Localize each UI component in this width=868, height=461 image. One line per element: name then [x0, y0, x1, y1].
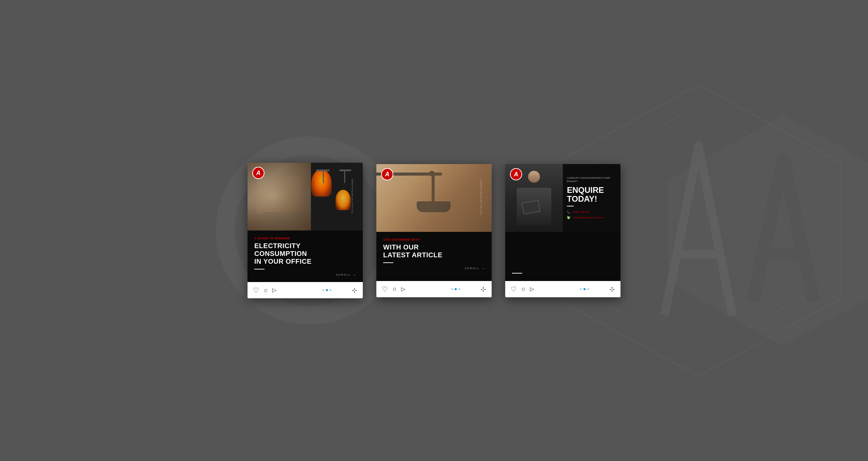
- card1-red-subtitle: A GUIDE TO MINIMISE: [254, 237, 356, 240]
- card-enquire: Looking for a licensed electrician in No…: [505, 164, 620, 297]
- card1-dots: [302, 289, 352, 291]
- card1-logo: A: [252, 167, 264, 179]
- card2-dot-1: [451, 288, 453, 290]
- card1-heart-icon[interactable]: ♡: [253, 287, 259, 294]
- card-article: A ARMITAGEELECTRICAL STAY INFORMED WITH …: [376, 164, 492, 297]
- card1-side-text: ARMITAGEELECTRICAL: [351, 179, 353, 215]
- card2-dots: [431, 288, 481, 290]
- card3-action-bar: ♡ ○ ▷ ⊹: [505, 281, 620, 297]
- card2-logo-letter: A: [385, 171, 390, 177]
- card3-dot-2: [584, 288, 586, 290]
- card2-logo: A: [381, 168, 393, 180]
- card3-dot-3: [587, 288, 589, 290]
- card1-dot-1: [322, 289, 324, 291]
- card1-action-bar: ♡ ○ ▷ ⊹: [248, 282, 363, 298]
- card1-main-title: ELECTRICITYCONSUMPTIONIN YOUR OFFICE: [254, 242, 356, 265]
- card3-image: Looking for a licensed electrician in No…: [505, 164, 620, 232]
- svg-marker-3: [668, 115, 868, 346]
- card3-logo: A: [510, 168, 522, 180]
- card2-share-icon[interactable]: ▷: [401, 286, 405, 292]
- card3-img-bg: Looking for a licensed electrician in No…: [505, 164, 620, 232]
- card2-action-icons: ♡ ○ ▷: [382, 286, 431, 293]
- card1-share-icon[interactable]: ▷: [272, 287, 276, 293]
- card2-scroll-label: SCROLL: [465, 267, 480, 270]
- card3-enquire-subtitle: Looking for a licensed electrician in No…: [567, 176, 616, 183]
- card2-red-subtitle: STAY INFORMED WITH: [383, 238, 485, 241]
- card-electricity: A ARMITAGEELECTRICAL A GUIDE TO MINIMISE…: [248, 163, 363, 298]
- card3-dots: [560, 288, 610, 290]
- card3-phone-icon: 📞: [567, 211, 571, 214]
- card3-enquire-title: ENQUIRETODAY!: [567, 186, 616, 204]
- card1-logo-letter: A: [256, 170, 261, 176]
- card2-divider: [383, 262, 393, 263]
- card1-image: A ARMITAGEELECTRICAL: [248, 163, 363, 230]
- card3-phone: 1800 230 400: [573, 211, 589, 214]
- card2-img-bg: [376, 164, 492, 232]
- card3-right-panel: Looking for a licensed electrician in No…: [563, 164, 620, 232]
- card1-img-right: [311, 163, 363, 230]
- card1-dot-3: [330, 289, 332, 291]
- card2-side-text: ARMITAGEELECTRICAL: [480, 180, 482, 216]
- card3-website-row: 🔰 armitageelectrical.com.au: [567, 216, 616, 219]
- card2-image: A ARMITAGEELECTRICAL: [376, 164, 492, 232]
- card2-bookmark-icon[interactable]: ⊹: [480, 285, 486, 293]
- card1-bookmark-icon[interactable]: ⊹: [352, 286, 357, 294]
- card3-divider: [512, 273, 522, 274]
- card3-share-icon[interactable]: ▷: [530, 286, 534, 292]
- card1-dot-2: [326, 289, 328, 291]
- card2-action-bar: ♡ ○ ▷ ⊹: [376, 281, 492, 297]
- card3-action-icons: ♡ ○ ▷: [511, 286, 560, 293]
- card1-comment-icon[interactable]: ○: [264, 287, 268, 294]
- card3-content: [505, 232, 620, 281]
- card1-content: A GUIDE TO MINIMISE ELECTRICITYCONSUMPTI…: [248, 230, 363, 282]
- card2-scroll-arrow: →: [481, 266, 485, 270]
- bulb-glow-1: [311, 169, 332, 197]
- card2-dot-2: [455, 288, 457, 290]
- card1-divider: [254, 269, 264, 269]
- card2-main-title: WITH OURLATEST ARTICLE: [383, 243, 485, 259]
- card1-scroll-arrow: →: [353, 273, 356, 277]
- card2-heart-icon[interactable]: ♡: [382, 286, 388, 293]
- card1-scroll-label: SCROLL: [336, 273, 351, 276]
- card1-scroll-row: SCROLL →: [254, 272, 356, 277]
- card3-logo-letter: A: [514, 171, 518, 177]
- card3-heart-icon[interactable]: ♡: [511, 286, 517, 293]
- card3-shield-icon: 🔰: [567, 216, 571, 219]
- card3-bookmark-icon[interactable]: ⊹: [609, 285, 615, 293]
- bulb-glow-2: [335, 190, 351, 210]
- bg-a-right-icon: [665, 112, 868, 349]
- cards-container: A ARMITAGEELECTRICAL A GUIDE TO MINIMISE…: [248, 163, 620, 298]
- card2-dot-3: [458, 288, 460, 290]
- card3-website: armitageelectrical.com.au: [573, 216, 604, 219]
- card3-comment-icon[interactable]: ○: [521, 286, 525, 292]
- card1-action-icons: ♡ ○ ▷: [253, 287, 302, 294]
- card3-dot-1: [580, 288, 582, 290]
- card2-content: STAY INFORMED WITH WITH OURLATEST ARTICL…: [376, 232, 492, 281]
- card3-phone-row: 📞 1800 230 400: [567, 211, 616, 214]
- card2-scroll-row: SCROLL →: [383, 266, 485, 271]
- card2-comment-icon[interactable]: ○: [393, 286, 396, 292]
